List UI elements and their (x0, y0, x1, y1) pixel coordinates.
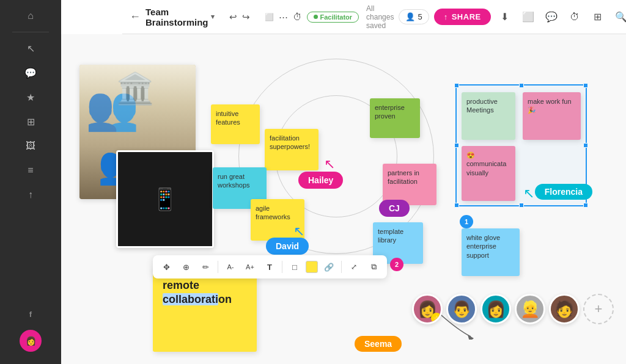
handle-br[interactable] (583, 203, 588, 208)
more-button[interactable]: ⋯ (279, 9, 288, 26)
user-count-button[interactable]: 👤 5 (399, 9, 429, 24)
back-button[interactable]: ← (130, 9, 141, 26)
format-toolbar: ✥ ⊕ ✏ A- A+ T □ 🔗 ⤢ ⧉ (153, 255, 387, 278)
toolbar: ← Team Brainstorming ▾ ↩ ↪ ⬜ ⋯ ⏱ Facilit… (122, 0, 626, 34)
photo-collage: 👥 🏛️ 📱 (79, 65, 214, 224)
sidebar-item-facebook[interactable]: f (20, 303, 42, 325)
sidebar-item-comment[interactable]: 💬 (20, 62, 42, 84)
star-badge: ⭐ (431, 313, 442, 324)
sidebar-divider (12, 32, 49, 32)
status-dot (314, 15, 318, 19)
fmt-separator-1 (218, 261, 218, 273)
sidebar-item-star[interactable]: ★ (20, 86, 42, 108)
sidebar-item-image[interactable]: 🖼 (20, 135, 42, 157)
copy-button[interactable]: ⧉ (365, 258, 382, 275)
search-button[interactable]: 🔍 (612, 8, 626, 26)
sidebar-item-layers[interactable]: ≡ (20, 159, 42, 181)
undo-button[interactable]: ↩ (229, 9, 237, 26)
avatar-user-4[interactable]: 👱 (515, 294, 545, 324)
avatar-row: 👩 ⭐ 👨 👩 👱 🧑 + (412, 294, 614, 324)
handle-tr[interactable] (583, 83, 588, 88)
avatar-user-1[interactable]: 👩 ⭐ (412, 294, 443, 324)
sidebar-item-home[interactable]: ⌂ (20, 5, 42, 27)
canvas-content: 👥 🏛️ 📱 intuitive features facilitation s… (61, 34, 626, 364)
user-label-hailey: Hailey (298, 172, 343, 189)
handle-ml[interactable] (454, 143, 459, 148)
share-button[interactable]: ↑ SHARE (434, 9, 491, 25)
frame-view-button[interactable]: ⬜ (519, 8, 537, 26)
saved-status: All changes saved (366, 4, 394, 30)
frame-button[interactable]: ⬜ (265, 9, 274, 26)
title-text: Team Brainstorming (145, 7, 208, 27)
user-label-florencia: Florencia (535, 184, 592, 200)
handle-bl[interactable] (454, 203, 459, 208)
user-label-cj: CJ (379, 200, 410, 217)
timer-right-button[interactable]: ⏱ (565, 8, 584, 26)
link-button[interactable]: 🔗 (320, 258, 337, 275)
handle-bm[interactable] (519, 203, 524, 208)
sticky-intuitive-features[interactable]: intuitive features (211, 104, 260, 144)
highlighted-text: collaborati (163, 293, 218, 305)
sidebar-nav: ⌂ ↖ 💬 ★ ⊞ 🖼 ≡ ↑ (0, 5, 61, 206)
avatar-user-3[interactable]: 👩 (481, 294, 511, 324)
sticky-remote-collaboration[interactable]: remote collaboration (153, 266, 257, 352)
timer-button[interactable]: ⏱ (293, 9, 302, 26)
sticky-enterprise-proven[interactable]: enterprise proven (370, 98, 420, 138)
cursor-david: ↖ (293, 224, 304, 239)
canvas-area: ← Team Brainstorming ▾ ↩ ↪ ⬜ ⋯ ⏱ Facilit… (61, 0, 626, 364)
expand-button[interactable]: ⤢ (345, 258, 363, 275)
fmt-separator-3 (341, 261, 342, 273)
user-label-david: David (266, 238, 309, 255)
pen-tool-button[interactable]: ✏ (197, 258, 214, 275)
people-icon: 👤 (405, 12, 415, 21)
add-avatar-button[interactable]: + (583, 294, 614, 324)
grid-view-button[interactable]: ⊞ (589, 8, 607, 26)
svg-marker-0 (468, 335, 474, 340)
document-title[interactable]: Team Brainstorming ▾ (145, 7, 215, 27)
tablet-image: 📱 (118, 152, 212, 246)
fmt-separator-2 (282, 261, 282, 273)
sidebar: ⌂ ↖ 💬 ★ ⊞ 🖼 ≡ ↑ f 👩 (0, 0, 61, 364)
zoom-tool-button[interactable]: ⊕ (177, 258, 194, 275)
sticky-white-glove[interactable]: white glove enterprise support (462, 228, 520, 276)
color-picker[interactable] (306, 261, 318, 273)
sidebar-item-cursor[interactable]: ↖ (20, 37, 42, 59)
user-label-seema: Seema (355, 336, 402, 352)
user-count: 5 (418, 12, 422, 21)
download-button[interactable]: ⬇ (496, 8, 514, 26)
badge-2: 2 (390, 258, 403, 271)
bold-button[interactable]: T (261, 258, 278, 275)
chat-button[interactable]: 💬 (542, 8, 561, 26)
badge-1: 1 (460, 215, 473, 228)
rect-button[interactable]: □ (286, 258, 303, 275)
redo-button[interactable]: ↪ (242, 9, 250, 26)
photo-tablet: 📱 (116, 150, 214, 248)
title-chevron: ▾ (211, 13, 215, 21)
facilitator-label: Facilitator (320, 13, 353, 21)
handle-tl[interactable] (454, 83, 459, 88)
cursor-florencia: ↖ (523, 186, 534, 202)
handle-mr[interactable] (583, 143, 588, 148)
avatar-user-5[interactable]: 🧑 (549, 294, 580, 324)
user-avatar-sidebar[interactable]: 👩 (20, 330, 42, 352)
move-tool-button[interactable]: ✥ (158, 258, 175, 275)
cursor-hailey: ↖ (324, 156, 335, 172)
avatar-user-2[interactable]: 👨 (446, 294, 477, 324)
sidebar-item-grid[interactable]: ⊞ (20, 111, 42, 133)
share-label: SHARE (452, 12, 481, 21)
text-increase-button[interactable]: A+ (241, 258, 259, 275)
toolbar-right: 👤 5 ↑ SHARE ⬇ ⬜ 💬 ⏱ ⊞ 🔍 ? (399, 8, 626, 26)
sticky-facilitation-superpowers[interactable]: facilitation superpowers! (265, 129, 319, 170)
sidebar-item-upload[interactable]: ↑ (20, 184, 42, 206)
facilitator-badge: Facilitator (307, 12, 359, 23)
text-decrease-button[interactable]: A- (222, 258, 239, 275)
handle-tm[interactable] (519, 83, 524, 88)
share-up-icon: ↑ (444, 12, 448, 21)
sticky-partners-facilitation[interactable]: partners in facilitation (383, 164, 436, 205)
